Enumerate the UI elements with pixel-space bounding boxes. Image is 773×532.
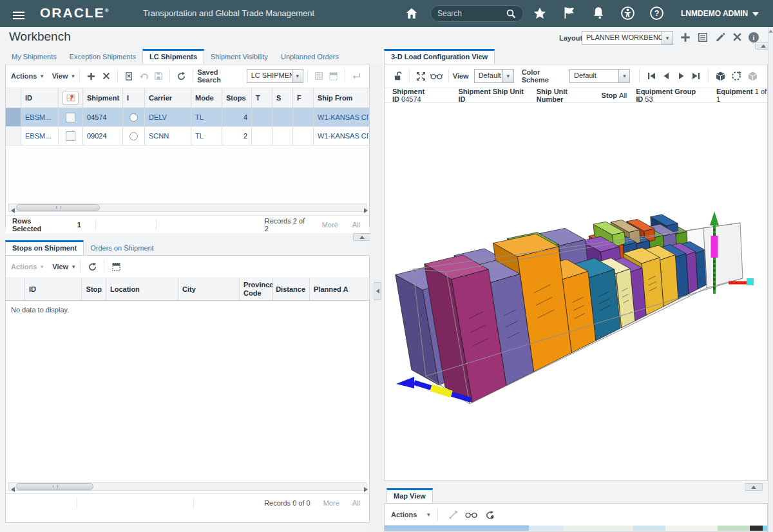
col-s[interactable]: S — [272, 88, 293, 108]
color-scheme-select-caret-icon[interactable]: ▾ — [618, 70, 629, 82]
scroll-thumb[interactable] — [16, 483, 93, 490]
search-input[interactable]: Search — [430, 5, 524, 22]
detach-icon[interactable] — [326, 71, 341, 81]
help-icon[interactable]: ? — [649, 6, 664, 21]
add-layout-icon[interactable] — [680, 32, 691, 43]
view-select-caret-icon[interactable]: ▾ — [502, 70, 513, 82]
stops-actions-menu[interactable]: Actions▼ — [11, 263, 44, 271]
col-distance[interactable]: Distance — [273, 278, 310, 300]
col-mode[interactable]: Mode — [191, 88, 222, 108]
tab-stops-on-shipment[interactable]: Stops on Shipment — [5, 240, 84, 256]
stops-refresh-icon[interactable] — [84, 262, 100, 272]
edit-layout-pencil-icon[interactable] — [714, 32, 726, 43]
col-carrier[interactable]: Carrier — [145, 88, 191, 108]
stops-view-menu[interactable]: View▼ — [52, 263, 76, 271]
manage-layouts-icon[interactable] — [697, 32, 709, 43]
stops-hscrollbar[interactable] — [8, 482, 367, 491]
table-row[interactable]: EBSM... 09024 SCNN TL 2 W1-KANSAS CITY D… — [6, 127, 369, 146]
col-id[interactable]: ID — [21, 88, 59, 108]
shipment-id-link[interactable]: EBSM... — [21, 108, 59, 126]
col-location[interactable]: Location — [106, 278, 178, 300]
grid-icon[interactable] — [312, 71, 327, 81]
table-row[interactable]: EBSM... 04574 DELV TL 4 W1-KANSAS CITY D… — [6, 108, 369, 127]
shipments-view-menu[interactable]: View▼ — [52, 72, 76, 80]
home-icon[interactable] — [405, 6, 419, 21]
accessibility-icon[interactable] — [620, 6, 635, 21]
col-i[interactable]: I — [123, 88, 145, 108]
mode-link[interactable]: TL — [191, 127, 222, 145]
col-province-code[interactable]: Province Code — [240, 278, 273, 300]
tab-3d-load-configuration[interactable]: 3-D Load Configuration View — [384, 49, 495, 64]
carrier-link[interactable]: SCNN — [145, 127, 191, 145]
row-checkbox[interactable] — [66, 113, 75, 122]
tab-my-shipments[interactable]: My Shipments — [5, 50, 63, 64]
tab-exception-shipments[interactable]: Exception Shipments — [63, 50, 142, 64]
info-icon[interactable]: i — [748, 32, 759, 43]
saved-search-select[interactable]: LC SHIPMENT: ▾ — [247, 69, 303, 83]
previous-record-icon[interactable] — [659, 72, 674, 80]
stops-detach-icon[interactable] — [108, 262, 124, 272]
tab-map-view[interactable]: Map View — [386, 488, 433, 504]
next-record-icon[interactable] — [674, 72, 689, 80]
delete-layout-x-icon[interactable] — [732, 32, 743, 43]
col-map-pin[interactable] — [59, 88, 83, 108]
col-f[interactable]: F — [293, 88, 314, 108]
col-city[interactable]: City — [178, 278, 240, 300]
tab-shipment-visibility[interactable]: Shipment Visibility — [204, 50, 274, 64]
collapse-3d-panel-arrow[interactable] — [745, 483, 763, 491]
scroll-thumb[interactable] — [16, 204, 100, 211]
3d-glasses-icon[interactable] — [428, 72, 444, 81]
cube-disabled-icon[interactable] — [745, 71, 761, 82]
hamburger-menu-icon[interactable] — [13, 10, 24, 21]
undo-icon[interactable] — [137, 71, 151, 81]
first-record-icon[interactable] — [644, 72, 658, 80]
row-radio[interactable] — [129, 113, 138, 122]
col-shipment[interactable]: Shipment — [83, 88, 123, 108]
col-id[interactable]: ID — [25, 278, 82, 300]
color-scheme-select[interactable]: Default ▾ — [569, 69, 630, 83]
unassign-plan-icon[interactable] — [122, 71, 137, 81]
go-enter-icon[interactable] — [349, 71, 364, 81]
collapse-top-panel-arrow[interactable] — [353, 233, 371, 241]
carrier-link[interactable]: DELV — [145, 108, 191, 126]
view-select[interactable]: Default ▾ — [474, 69, 514, 83]
last-record-icon[interactable] — [689, 72, 703, 80]
rotate-icon[interactable] — [729, 71, 745, 81]
map-pin-icon[interactable] — [62, 91, 79, 105]
shipments-actions-menu[interactable]: Actions▼ — [11, 72, 44, 80]
load3d-canvas[interactable] — [385, 102, 767, 480]
refresh-icon[interactable] — [174, 71, 189, 81]
user-menu-caret-icon[interactable] — [752, 12, 759, 16]
cube-icon[interactable] — [712, 71, 729, 82]
records-more-link[interactable]: More — [323, 499, 339, 507]
col-stops[interactable]: Stops — [222, 88, 252, 108]
map-refresh-icon[interactable] — [481, 510, 499, 520]
favorites-star-icon[interactable] — [533, 6, 547, 21]
save-icon[interactable] — [151, 71, 166, 81]
expand-icon[interactable] — [413, 71, 428, 81]
delete-shipment-x-icon[interactable] — [99, 71, 113, 81]
row-radio[interactable] — [129, 132, 138, 140]
map-actions-menu[interactable]: Actions▼ — [391, 511, 431, 518]
col-stop[interactable]: Stop — [82, 278, 106, 300]
tab-unplanned-orders[interactable]: Unplanned Orders — [274, 50, 345, 64]
tab-orders-on-shipment[interactable]: Orders on Shipment — [84, 241, 160, 256]
layout-select-caret-icon[interactable]: ▾ — [662, 32, 673, 44]
col-t[interactable]: T — [252, 88, 272, 108]
col-ship-from[interactable]: Ship From — [314, 88, 369, 108]
ship-from-link[interactable]: W1-KANSAS CITY DISTR. — [314, 108, 369, 126]
add-shipment-icon[interactable] — [84, 71, 99, 81]
mode-link[interactable]: TL — [191, 108, 222, 126]
shipment-id-link[interactable]: EBSM... — [21, 127, 59, 145]
search-icon[interactable] — [506, 8, 517, 19]
records-all-link[interactable]: All — [352, 221, 360, 229]
records-more-link[interactable]: More — [322, 221, 338, 229]
tab-lc-shipments[interactable]: LC Shipments — [142, 49, 204, 64]
map-preview-strip[interactable] — [385, 526, 767, 531]
flag-icon[interactable] — [562, 6, 577, 20]
map-3d-glasses-icon[interactable] — [461, 511, 481, 519]
col-planned-a[interactable]: Planned A — [310, 278, 369, 300]
layout-select[interactable]: PLANNER WORKBENCH ▾ — [582, 31, 673, 45]
notifications-bell-icon[interactable] — [591, 6, 606, 20]
ship-from-link[interactable]: W1-KANSAS CITY DISTR. — [314, 127, 369, 145]
